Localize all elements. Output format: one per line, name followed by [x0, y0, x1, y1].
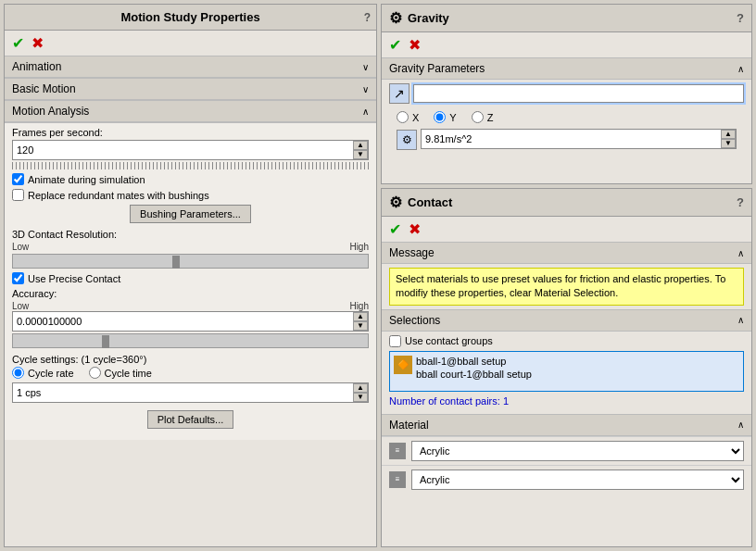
bushing-params-button[interactable]: Bushing Parameters...	[130, 205, 251, 223]
cycle-rate-radio[interactable]	[12, 367, 24, 379]
right-column: ⚙ Gravity ? ✔ ✖ Gravity Parameters ∧ ↗ X	[381, 4, 752, 547]
contact-confirm-button[interactable]: ✔	[389, 220, 401, 238]
z-label: Z	[487, 112, 494, 123]
x-axis-radio[interactable]	[397, 111, 409, 123]
gravity-value-row: ⚙ ▲ ▼	[389, 127, 744, 153]
gravity-value-up-btn[interactable]: ▲	[721, 130, 736, 139]
material1-row: ≡ Acrylic Steel Rubber	[382, 436, 751, 465]
gravity-panel: ⚙ Gravity ? ✔ ✖ Gravity Parameters ∧ ↗ X	[381, 4, 752, 184]
material1-icon: ≡	[389, 443, 406, 459]
cycle-time-label: Cycle time	[105, 368, 152, 379]
message-section-header[interactable]: Message ∧	[382, 242, 751, 264]
contact-slider-thumb	[172, 256, 180, 269]
basic-motion-chevron: ∨	[362, 84, 369, 94]
selections-section-header[interactable]: Selections ∧	[382, 309, 751, 332]
list-item[interactable]: bball-1@bball setup	[416, 356, 532, 367]
plot-defaults-button[interactable]: Plot Defaults...	[147, 410, 234, 429]
material-chevron: ∧	[737, 420, 744, 430]
cps-input-wrap: ▲ ▼	[12, 382, 369, 403]
animate-label: Animate during simulation	[28, 174, 145, 185]
gravity-params-label: Gravity Parameters	[389, 62, 485, 75]
animate-checkbox[interactable]	[12, 173, 24, 185]
cycle-time-radio[interactable]	[89, 367, 101, 379]
gravity-params-header[interactable]: Gravity Parameters ∧	[382, 57, 751, 80]
accuracy-down-btn[interactable]: ▼	[353, 321, 368, 331]
list-item[interactable]: bball court-1@bball setup	[416, 369, 532, 380]
cycle-radio-row: Cycle rate Cycle time	[12, 367, 369, 379]
x-radio-item: X	[397, 111, 419, 123]
frames-input[interactable]	[13, 141, 353, 159]
gravity-value-down-btn[interactable]: ▼	[721, 139, 736, 148]
frames-label: Frames per second:	[12, 127, 369, 138]
replace-label: Replace redundant mates with bushings	[28, 190, 209, 201]
motion-study-checkmarks: ✔ ✖	[5, 31, 376, 56]
basic-motion-section-header[interactable]: Basic Motion ∨	[5, 78, 376, 100]
accuracy-slider-thumb	[102, 335, 109, 348]
material-section-header[interactable]: Material ∧	[382, 414, 751, 436]
contact-count: Number of contact pairs: 1	[389, 395, 744, 407]
accuracy-input[interactable]	[13, 312, 353, 331]
cps-up-btn[interactable]: ▲	[353, 383, 368, 393]
help-icon[interactable]: ?	[364, 11, 371, 24]
motion-study-panel: Motion Study Properties ? ✔ ✖ Animation …	[4, 4, 377, 547]
gravity-params-content: ↗ X Y Z ⚙	[382, 80, 751, 157]
precise-check-row: Use Precise Contact	[12, 272, 369, 284]
cancel-button[interactable]: ✖	[32, 34, 44, 52]
replace-checkbox[interactable]	[12, 189, 24, 201]
gravity-direction-input[interactable]	[413, 84, 744, 103]
accuracy-input-wrap: ▲ ▼	[12, 311, 369, 332]
cycle-time-item: Cycle time	[89, 367, 152, 379]
animation-section-header[interactable]: Animation ∨	[5, 56, 376, 78]
accuracy-slider-track[interactable]	[12, 333, 369, 348]
confirm-button[interactable]: ✔	[12, 34, 24, 52]
gravity-title: ⚙ Gravity ?	[382, 5, 751, 32]
precise-label: Use Precise Contact	[28, 273, 120, 284]
material1-select[interactable]: Acrylic Steel Rubber	[411, 441, 744, 461]
gravity-value-input[interactable]	[422, 130, 721, 148]
motion-analysis-label: Motion Analysis	[12, 105, 89, 118]
gravity-params-chevron: ∧	[737, 64, 744, 74]
gravity-confirm-button[interactable]: ✔	[389, 36, 401, 54]
frames-down-btn[interactable]: ▼	[353, 150, 368, 159]
gravity-cancel-button[interactable]: ✖	[409, 36, 421, 54]
y-radio-item: Y	[434, 111, 456, 123]
frames-up-btn[interactable]: ▲	[353, 141, 368, 150]
material-label: Material	[389, 419, 429, 432]
precise-checkbox[interactable]	[12, 272, 24, 284]
accuracy-up-btn[interactable]: ▲	[353, 312, 368, 321]
material2-select[interactable]: Acrylic Steel Rubber	[411, 470, 744, 490]
material2-icon: ≡	[389, 471, 406, 488]
contact-high-label: High	[349, 242, 369, 252]
cycle-rate-label: Cycle rate	[28, 368, 74, 379]
accuracy-label: Accuracy:	[12, 288, 369, 299]
contact-slider-track[interactable]	[12, 254, 369, 269]
z-axis-radio[interactable]	[472, 111, 484, 123]
cps-input[interactable]	[13, 383, 353, 402]
contact-groups-checkbox[interactable]	[389, 335, 401, 347]
gravity-input-row: ↗	[389, 83, 744, 104]
frames-input-wrap: ▲ ▼	[12, 140, 369, 160]
cps-down-btn[interactable]: ▼	[353, 393, 368, 402]
motion-study-title: Motion Study Properties ?	[5, 5, 376, 31]
accuracy-high-label: High	[349, 301, 369, 311]
z-radio-item: Z	[472, 111, 494, 123]
y-axis-radio[interactable]	[434, 111, 446, 123]
contact-groups-label: Use contact groups	[405, 335, 493, 346]
accuracy-low-label: Low	[12, 301, 29, 311]
accuracy-slider-labels: Low High	[12, 301, 369, 311]
contact-help-icon[interactable]: ?	[737, 195, 744, 209]
frames-ticks	[12, 162, 369, 169]
contact-title-text: Contact	[408, 195, 452, 209]
contact-title: ⚙ Contact ?	[382, 189, 751, 217]
message-label: Message	[389, 246, 435, 259]
motion-analysis-section-header[interactable]: Motion Analysis ∧	[5, 100, 376, 122]
frames-spinner: ▲ ▼	[353, 141, 368, 159]
gravity-value-input-wrap: ▲ ▼	[421, 129, 737, 149]
contact-groups-row: Use contact groups	[389, 335, 744, 347]
cycle-rate-item: Cycle rate	[12, 367, 74, 379]
gravity-help-icon[interactable]: ?	[737, 11, 744, 25]
contact-cancel-button[interactable]: ✖	[409, 220, 421, 238]
gravity-direction-icon[interactable]: ↗	[389, 83, 410, 104]
animation-label: Animation	[12, 60, 61, 73]
gravity-title-text: Gravity	[408, 11, 449, 25]
